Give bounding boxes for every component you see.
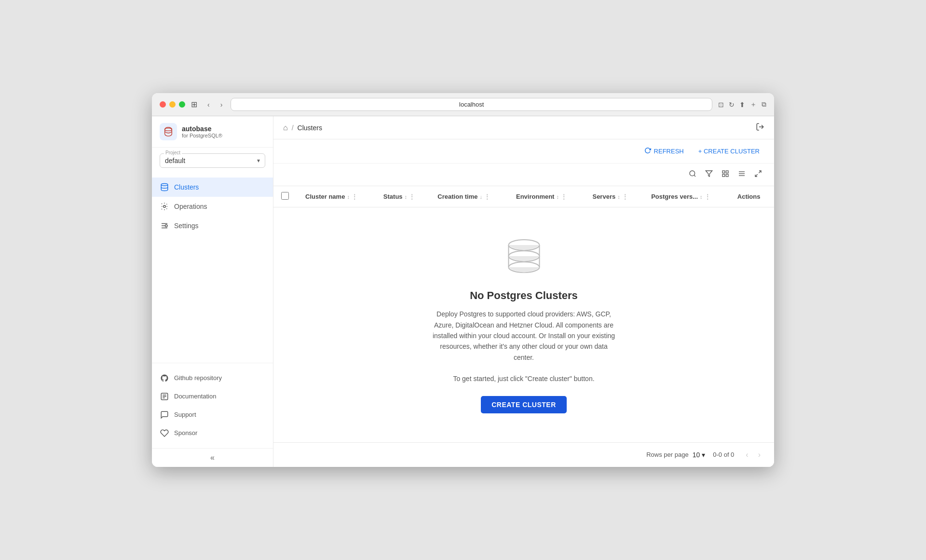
create-cluster-button[interactable]: CREATE CLUSTER — [481, 396, 567, 413]
share-icon[interactable]: ⬆ — [739, 101, 745, 109]
environment-col[interactable]: Environment ↕ ⋮ — [508, 186, 585, 207]
minimize-button[interactable] — [169, 101, 176, 108]
sidebar-item-clusters[interactable]: Clusters — [152, 178, 273, 197]
support-icon — [160, 410, 169, 420]
rows-per-page-label: Rows per page — [646, 451, 688, 458]
reload-icon[interactable]: ↻ — [729, 101, 735, 109]
action-bar: REFRESH + CREATE CLUSTER — [273, 139, 774, 164]
actions-col: Actions — [730, 186, 774, 207]
servers-sort-icon: ↕ — [617, 194, 620, 200]
sidebar-footer: Github repository Documentation — [152, 363, 273, 448]
collapse-sidebar-button[interactable]: « — [152, 448, 273, 467]
rows-per-page: Rows per page 10 ▾ — [646, 451, 705, 459]
tabs-icon[interactable]: ⧉ — [762, 100, 766, 109]
creation-time-menu-icon[interactable]: ⋮ — [484, 193, 490, 200]
filter-button[interactable] — [703, 167, 715, 182]
pagination: Rows per page 10 ▾ 0-0 of 0 ‹ › — [273, 442, 774, 467]
sidebar-footer-docs[interactable]: Documentation — [152, 387, 273, 406]
status-col[interactable]: Status ↕ ⋮ — [376, 186, 430, 207]
main-content: ⌂ / Clusters — [273, 116, 774, 467]
sponsor-icon — [160, 428, 169, 438]
rows-per-page-selector[interactable]: 10 ▾ — [693, 451, 706, 459]
table-container: Cluster name ↕ ⋮ Status ↕ ⋮ — [273, 186, 774, 442]
close-button[interactable] — [160, 101, 166, 108]
postgres-version-menu-icon[interactable]: ⋮ — [705, 193, 710, 200]
logout-button[interactable] — [756, 123, 764, 133]
svg-point-1 — [161, 184, 168, 186]
svg-marker-10 — [706, 171, 712, 177]
svg-point-6 — [165, 225, 168, 227]
rows-per-page-chevron-icon: ▾ — [702, 451, 705, 459]
home-icon[interactable]: ⌂ — [283, 123, 288, 132]
cluster-name-col[interactable]: Cluster name ↕ ⋮ — [298, 186, 376, 207]
creation-time-sort-icon: ↓ — [479, 194, 482, 200]
create-cluster-top-label: + CREATE CLUSTER — [698, 148, 760, 155]
postgres-version-col[interactable]: Postgres vers... ↕ ⋮ — [643, 186, 730, 207]
clusters-table: Cluster name ↕ ⋮ Status ↕ ⋮ — [273, 186, 774, 442]
sidebar-item-settings[interactable]: Settings — [152, 216, 273, 235]
sidebar-item-settings-label: Settings — [174, 222, 199, 230]
top-bar: ⌂ / Clusters — [273, 116, 774, 139]
app-subtitle: for PostgreSQL® — [182, 133, 222, 138]
svg-point-2 — [163, 205, 166, 208]
collapse-icon: « — [210, 453, 215, 462]
environment-menu-icon[interactable]: ⋮ — [561, 193, 567, 200]
servers-col[interactable]: Servers ↕ ⋮ — [585, 186, 643, 207]
actions-label: Actions — [737, 193, 761, 200]
sponsor-label: Sponsor — [174, 429, 197, 437]
list-view-button[interactable] — [735, 167, 748, 182]
empty-state: No Postgres Clusters Deploy Postgres to … — [273, 207, 774, 442]
environment-sort-icon: ↕ — [556, 194, 559, 200]
breadcrumb-current: Clusters — [298, 124, 322, 132]
svg-point-8 — [690, 171, 695, 176]
next-page-button[interactable]: › — [754, 449, 764, 461]
pagination-info: 0-0 of 0 — [713, 451, 734, 458]
grid-view-button[interactable] — [719, 167, 732, 182]
sidebar-item-clusters-label: Clusters — [174, 183, 199, 191]
svg-line-19 — [755, 174, 758, 177]
creation-time-col[interactable]: Creation time ↓ ⋮ — [430, 186, 508, 207]
table-toolbar — [273, 164, 774, 186]
sidebar-item-operations[interactable]: Operations — [152, 197, 273, 216]
address-bar[interactable]: localhost — [231, 98, 712, 111]
project-name: default — [165, 157, 185, 164]
breadcrumb: ⌂ / Clusters — [283, 123, 322, 132]
maximize-button[interactable] — [179, 101, 185, 108]
sidebar-footer-sponsor[interactable]: Sponsor — [152, 424, 273, 442]
select-all-col — [273, 186, 298, 207]
app-logo — [160, 123, 177, 140]
svg-rect-12 — [726, 171, 728, 173]
cluster-name-label: Cluster name — [305, 193, 345, 200]
status-menu-icon[interactable]: ⋮ — [409, 193, 415, 200]
sidebar-footer-support[interactable]: Support — [152, 406, 273, 424]
app-name: autobase — [182, 125, 222, 133]
cluster-name-menu-icon[interactable]: ⋮ — [352, 193, 357, 200]
fullscreen-button[interactable] — [752, 167, 764, 182]
sidebar-item-operations-label: Operations — [174, 203, 207, 210]
create-cluster-top-button[interactable]: + CREATE CLUSTER — [694, 145, 764, 158]
svg-line-9 — [694, 175, 695, 177]
project-selector[interactable]: Project default ▾ — [160, 153, 265, 168]
svg-point-0 — [165, 128, 172, 131]
clusters-icon — [160, 182, 169, 192]
svg-rect-14 — [726, 174, 728, 177]
sidebar: autobase for PostgreSQL® Project default… — [152, 116, 273, 467]
creation-time-label: Creation time — [437, 193, 477, 200]
sidebar-toggle-button[interactable]: ⊞ — [191, 100, 197, 109]
table-header-row: Cluster name ↕ ⋮ Status ↕ ⋮ — [273, 186, 774, 207]
search-button[interactable] — [686, 167, 699, 182]
postgres-version-label: Postgres vers... — [651, 193, 698, 200]
chevron-down-icon: ▾ — [257, 157, 260, 164]
github-label: Github repository — [174, 374, 222, 382]
new-tab-icon[interactable]: ＋ — [750, 100, 757, 109]
select-all-checkbox[interactable] — [281, 192, 289, 200]
sidebar-footer-github[interactable]: Github repository — [152, 369, 273, 387]
bookmark-icon[interactable]: ⊡ — [718, 101, 724, 109]
nav-back-button[interactable]: ‹ — [205, 99, 212, 110]
support-label: Support — [174, 411, 196, 418]
servers-menu-icon[interactable]: ⋮ — [622, 193, 628, 200]
app-title: autobase for PostgreSQL® — [182, 125, 222, 138]
refresh-button[interactable]: REFRESH — [640, 144, 689, 158]
nav-forward-button[interactable]: › — [218, 99, 225, 110]
prev-page-button[interactable]: ‹ — [742, 449, 752, 461]
